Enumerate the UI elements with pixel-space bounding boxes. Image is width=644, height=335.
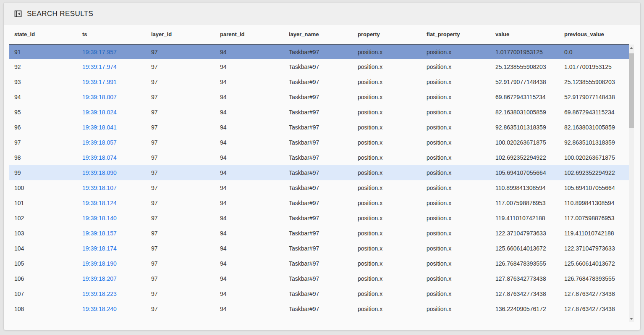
cell-layer-id: 97 bbox=[147, 286, 216, 301]
cell-flat-property: position.x bbox=[422, 135, 491, 150]
table-row[interactable]: 10819:39:18.2409794Taskbar#97position.xp… bbox=[9, 301, 629, 317]
table-row[interactable]: 10619:39:18.2079794Taskbar#97position.xp… bbox=[9, 271, 629, 286]
cell-parent-id: 94 bbox=[216, 105, 285, 120]
scrollbar-thumb[interactable] bbox=[629, 53, 634, 128]
cell-ts: 19:39:18.240 bbox=[78, 301, 147, 317]
cell-property: position.x bbox=[353, 44, 422, 59]
cell-property: position.x bbox=[353, 180, 422, 195]
cell-parent-id: 94 bbox=[216, 90, 285, 105]
cell-flat-property: position.x bbox=[422, 226, 491, 241]
table-row[interactable]: 9119:39:17.9579794Taskbar#97position.xpo… bbox=[9, 44, 629, 59]
cell-layer-id: 97 bbox=[147, 226, 216, 241]
cell-value: 105.694107055664 bbox=[491, 165, 560, 180]
ts-link[interactable]: 19:39:18.007 bbox=[82, 94, 117, 100]
table-row[interactable]: 9319:39:17.9919794Taskbar#97position.xpo… bbox=[9, 74, 629, 90]
cell-property: position.x bbox=[353, 256, 422, 271]
table-row[interactable]: 9619:39:18.0419794Taskbar#97position.xpo… bbox=[9, 120, 629, 135]
ts-link[interactable]: 19:39:18.024 bbox=[82, 109, 117, 116]
ts-link[interactable]: 19:39:18.223 bbox=[82, 290, 117, 297]
column-header-layer-name: layer_name bbox=[285, 25, 353, 44]
cell-property: position.x bbox=[353, 74, 422, 90]
cell-ts: 19:39:18.041 bbox=[78, 120, 147, 135]
cell-property: position.x bbox=[353, 90, 422, 105]
cell-value: 127.876342773438 bbox=[491, 286, 560, 301]
ts-link[interactable]: 19:39:18.240 bbox=[82, 306, 117, 312]
cell-ts: 19:39:18.157 bbox=[78, 226, 147, 241]
table-row[interactable]: 9819:39:18.0749794Taskbar#97position.xpo… bbox=[9, 150, 629, 165]
cell-parent-id: 94 bbox=[216, 74, 285, 90]
cell-value: 110.899841308594 bbox=[491, 180, 560, 195]
search-results-panel: SEARCH RESULTS state_id ts layer_id pare… bbox=[3, 2, 641, 330]
cell-property: position.x bbox=[353, 211, 422, 226]
table-row[interactable]: 10219:39:18.1409794Taskbar#97position.xp… bbox=[9, 211, 629, 226]
table-row[interactable]: 10419:39:18.1749794Taskbar#97position.xp… bbox=[9, 241, 629, 256]
cell-value: 117.007598876953 bbox=[491, 195, 560, 211]
table-row[interactable]: 9519:39:18.0249794Taskbar#97position.xpo… bbox=[9, 105, 629, 120]
table-row[interactable]: 9219:39:17.9749794Taskbar#97position.xpo… bbox=[9, 59, 629, 74]
column-header-layer-id: layer_id bbox=[147, 25, 216, 44]
table-row[interactable]: 9719:39:18.0579794Taskbar#97position.xpo… bbox=[9, 135, 629, 150]
table-row[interactable]: 9419:39:18.0079794Taskbar#97position.xpo… bbox=[9, 90, 629, 105]
table-row[interactable]: 10119:39:18.1249794Taskbar#97position.xp… bbox=[9, 195, 629, 211]
cell-ts: 19:39:18.223 bbox=[78, 286, 147, 301]
cell-state-id: 99 bbox=[9, 165, 78, 180]
cell-layer-name: Taskbar#97 bbox=[285, 271, 353, 286]
cell-value: 69.8672943115234 bbox=[491, 90, 560, 105]
cell-flat-property: position.x bbox=[422, 165, 491, 180]
ts-link[interactable]: 19:39:18.190 bbox=[82, 260, 117, 267]
cell-parent-id: 94 bbox=[216, 256, 285, 271]
cell-layer-id: 97 bbox=[147, 165, 216, 180]
cell-previous-value: 92.8635101318359 bbox=[560, 135, 629, 150]
cell-state-id: 96 bbox=[9, 120, 78, 135]
table-row[interactable]: 10319:39:18.1579794Taskbar#97position.xp… bbox=[9, 226, 629, 241]
ts-link[interactable]: 19:39:18.074 bbox=[82, 154, 117, 161]
table-row[interactable]: 9919:39:18.0909794Taskbar#97position.xpo… bbox=[9, 165, 629, 180]
ts-link[interactable]: 19:39:18.090 bbox=[82, 169, 117, 176]
column-header-flat-property: flat_property bbox=[422, 25, 491, 44]
cell-property: position.x bbox=[353, 59, 422, 74]
table-row[interactable]: 10719:39:18.2239794Taskbar#97position.xp… bbox=[9, 286, 629, 301]
cell-state-id: 107 bbox=[9, 286, 78, 301]
ts-link[interactable]: 19:39:18.174 bbox=[82, 245, 117, 252]
cell-flat-property: position.x bbox=[422, 90, 491, 105]
cell-ts: 19:39:18.007 bbox=[78, 90, 147, 105]
cell-previous-value: 126.768478393555 bbox=[560, 271, 629, 286]
cell-property: position.x bbox=[353, 241, 422, 256]
panel-title: SEARCH RESULTS bbox=[27, 10, 93, 18]
ts-link[interactable]: 19:39:18.157 bbox=[82, 230, 117, 237]
cell-previous-value: 119.411010742188 bbox=[560, 226, 629, 241]
ts-link[interactable]: 19:39:17.991 bbox=[82, 79, 117, 85]
cell-flat-property: position.x bbox=[422, 59, 491, 74]
cell-state-id: 92 bbox=[9, 59, 78, 74]
column-header-state-id: state_id bbox=[9, 25, 78, 44]
table-row[interactable]: 10519:39:18.1909794Taskbar#97position.xp… bbox=[9, 256, 629, 271]
ts-link[interactable]: 19:39:18.057 bbox=[82, 139, 117, 146]
ts-link[interactable]: 19:39:18.140 bbox=[82, 215, 117, 222]
scroll-down-button[interactable] bbox=[629, 315, 634, 322]
ts-link[interactable]: 19:39:18.207 bbox=[82, 275, 117, 282]
cell-value: 1.0177001953125 bbox=[491, 44, 560, 59]
cell-previous-value: 0.0 bbox=[560, 44, 629, 59]
cell-value: 25.1238555908203 bbox=[491, 59, 560, 74]
vertical-scrollbar[interactable] bbox=[629, 45, 634, 322]
cell-property: position.x bbox=[353, 301, 422, 317]
ts-link[interactable]: 19:39:18.107 bbox=[82, 185, 117, 191]
ts-link[interactable]: 19:39:18.041 bbox=[82, 124, 117, 131]
cell-ts: 19:39:18.057 bbox=[78, 135, 147, 150]
ts-link[interactable]: 19:39:17.974 bbox=[82, 63, 117, 70]
cell-state-id: 108 bbox=[9, 301, 78, 317]
cell-layer-name: Taskbar#97 bbox=[285, 105, 353, 120]
cell-state-id: 95 bbox=[9, 105, 78, 120]
ts-link[interactable]: 19:39:18.124 bbox=[82, 200, 117, 206]
cell-layer-name: Taskbar#97 bbox=[285, 256, 353, 271]
cell-layer-id: 97 bbox=[147, 135, 216, 150]
scroll-down-arrow-icon bbox=[630, 318, 633, 320]
scroll-up-button[interactable] bbox=[629, 45, 634, 51]
cell-layer-name: Taskbar#97 bbox=[285, 226, 353, 241]
cell-previous-value: 102.692352294922 bbox=[560, 165, 629, 180]
cell-property: position.x bbox=[353, 226, 422, 241]
results-table-body: 9119:39:17.9579794Taskbar#97position.xpo… bbox=[9, 44, 629, 317]
cell-layer-id: 97 bbox=[147, 59, 216, 74]
ts-link[interactable]: 19:39:17.957 bbox=[82, 49, 117, 55]
table-row[interactable]: 10019:39:18.1079794Taskbar#97position.xp… bbox=[9, 180, 629, 195]
